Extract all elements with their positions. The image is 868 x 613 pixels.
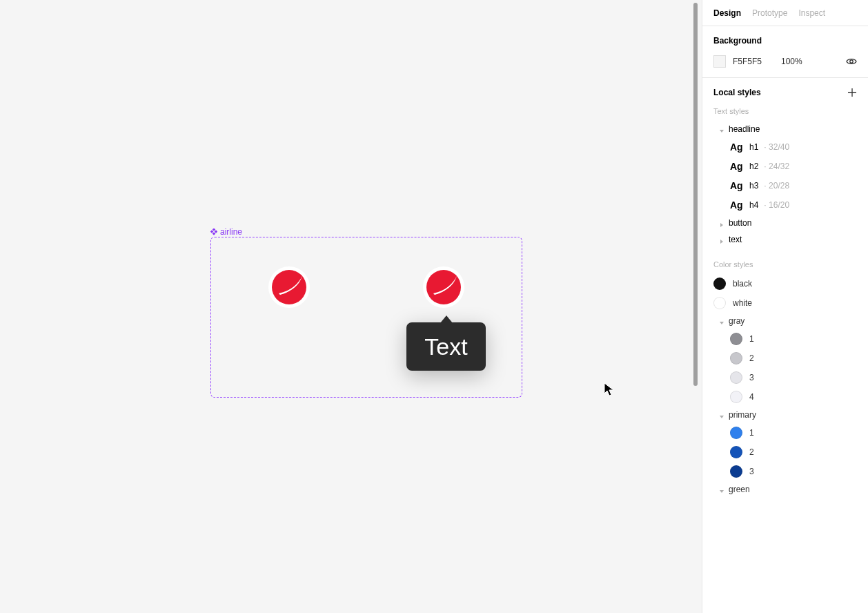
text-styles-header: Text styles xyxy=(713,107,857,115)
component-label[interactable]: airline xyxy=(210,227,242,237)
background-title-text: Background xyxy=(713,36,762,46)
svg-rect-2 xyxy=(210,230,213,233)
text-group-button[interactable]: button xyxy=(713,215,857,231)
color-gray-4[interactable]: 4 xyxy=(713,387,857,407)
local-styles-title: Local styles xyxy=(713,88,761,97)
color-label: 2 xyxy=(749,447,754,457)
text-style-h1[interactable]: Ag h1 · 32/40 xyxy=(713,137,857,157)
ts-meta: · 32/40 xyxy=(764,142,789,152)
ag-sample: Ag xyxy=(730,200,744,211)
ts-name: h4 xyxy=(749,200,758,210)
background-hex[interactable]: F5F5F5 xyxy=(733,57,774,66)
tooltip[interactable]: Text xyxy=(406,322,486,371)
tab-inspect[interactable]: Inspect xyxy=(798,8,825,26)
gray-label: gray xyxy=(729,316,744,326)
visibility-toggle-icon[interactable] xyxy=(846,56,857,67)
airline-logo-1[interactable] xyxy=(270,268,308,306)
color-label: 1 xyxy=(749,334,754,344)
svg-point-4 xyxy=(850,60,853,63)
ag-sample: Ag xyxy=(730,180,744,191)
cursor-icon xyxy=(604,382,615,396)
add-style-icon[interactable] xyxy=(847,88,857,97)
background-section: Background F5F5F5 100% xyxy=(702,26,868,78)
color-swatch-white xyxy=(713,297,726,309)
color-swatch xyxy=(730,427,742,439)
ts-name: h2 xyxy=(749,162,758,171)
color-primary-1[interactable]: 1 xyxy=(713,423,857,442)
green-label: green xyxy=(729,485,750,494)
tooltip-text: Text xyxy=(424,333,467,360)
text-group-text[interactable]: text xyxy=(713,231,857,248)
text-style-h3[interactable]: Ag h3 · 20/28 xyxy=(713,176,857,195)
button-group-label: button xyxy=(729,218,751,228)
canvas[interactable]: airline Text xyxy=(0,0,702,613)
svg-rect-0 xyxy=(213,228,216,231)
color-swatch xyxy=(730,333,742,345)
chevron-down-icon xyxy=(719,487,724,492)
chevron-down-icon xyxy=(719,126,724,132)
color-white[interactable]: white xyxy=(713,293,857,313)
component-icon xyxy=(210,228,217,235)
panel-tabs: Design Prototype Inspect xyxy=(702,0,868,26)
background-swatch[interactable] xyxy=(713,55,726,68)
tab-prototype[interactable]: Prototype xyxy=(752,8,787,26)
background-title: Background xyxy=(713,36,857,46)
color-swatch-black xyxy=(713,278,726,290)
color-label: 3 xyxy=(749,373,754,382)
ts-meta: · 16/20 xyxy=(764,200,789,210)
color-black[interactable]: black xyxy=(713,274,857,293)
ts-name: h1 xyxy=(749,142,758,152)
color-group-primary[interactable]: primary xyxy=(713,407,857,423)
text-group-headline[interactable]: headline xyxy=(713,121,857,137)
text-group-label: text xyxy=(729,235,742,244)
color-label: 4 xyxy=(749,392,754,402)
color-swatch xyxy=(730,371,742,384)
color-primary-2[interactable]: 2 xyxy=(713,442,857,462)
primary-label: primary xyxy=(729,410,756,420)
color-gray-1[interactable]: 1 xyxy=(713,329,857,349)
chevron-down-icon xyxy=(719,412,724,418)
local-styles-title-row: Local styles xyxy=(713,88,857,97)
scrollbar-thumb[interactable] xyxy=(693,3,698,386)
local-styles-section: Local styles Text styles headline Ag h1 … xyxy=(702,78,868,507)
color-swatch xyxy=(730,391,742,403)
color-primary-3[interactable]: 3 xyxy=(713,462,857,481)
color-label: white xyxy=(733,298,752,308)
airline-logo-2[interactable] xyxy=(424,268,463,306)
color-label: 3 xyxy=(749,467,754,476)
color-swatch xyxy=(730,352,742,364)
background-opacity[interactable]: 100% xyxy=(781,57,809,66)
color-group-green[interactable]: green xyxy=(713,481,857,498)
color-group-gray[interactable]: gray xyxy=(713,313,857,329)
chevron-right-icon xyxy=(719,237,724,242)
ts-name: h3 xyxy=(749,181,758,191)
color-gray-2[interactable]: 2 xyxy=(713,349,857,368)
text-style-h4[interactable]: Ag h4 · 16/20 xyxy=(713,195,857,215)
svg-rect-3 xyxy=(215,230,217,233)
color-styles-header: Color styles xyxy=(713,260,857,269)
color-label: 2 xyxy=(749,353,754,363)
component-frame[interactable] xyxy=(210,237,522,398)
chevron-down-icon xyxy=(719,318,724,324)
ts-meta: · 20/28 xyxy=(764,181,789,191)
svg-rect-1 xyxy=(213,232,216,235)
color-label: 1 xyxy=(749,428,754,438)
text-style-h2[interactable]: Ag h2 · 24/32 xyxy=(713,157,857,176)
headline-label: headline xyxy=(729,124,760,134)
chevron-right-icon xyxy=(719,220,724,226)
color-swatch xyxy=(730,446,742,458)
tab-design[interactable]: Design xyxy=(713,8,741,26)
color-label: black xyxy=(733,279,752,289)
color-gray-3[interactable]: 3 xyxy=(713,368,857,387)
component-label-text: airline xyxy=(220,227,242,237)
ts-meta: · 24/32 xyxy=(764,162,789,171)
background-row: F5F5F5 100% xyxy=(713,55,857,68)
ag-sample: Ag xyxy=(730,161,744,172)
inspector-panel: Design Prototype Inspect Background F5F5… xyxy=(702,0,868,613)
ag-sample: Ag xyxy=(730,142,744,153)
color-swatch xyxy=(730,465,742,478)
